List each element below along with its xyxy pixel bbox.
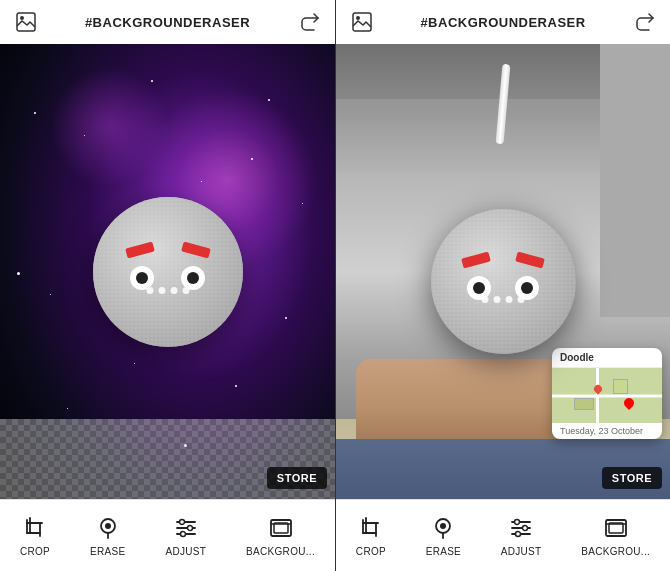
adjust-icon [172,514,200,542]
svg-point-21 [516,532,521,537]
svg-point-20 [523,526,528,531]
right-panel: #BACKGROUNDERASER [335,0,670,571]
right-crop-label: CROP [356,546,386,557]
map-pin-2 [621,396,635,410]
left-background-label: BACKGROU... [246,546,315,557]
right-adjust-label: ADJUST [501,546,542,557]
left-panel: #BACKGROUNDERASER [0,0,335,571]
led-3 [170,287,177,294]
led-row [146,287,189,294]
right-canvas: Doodle Tuesday, 23 October STORE [336,44,670,499]
right-led-2 [494,296,501,303]
map-road-vertical [596,368,599,423]
svg-point-15 [440,523,446,529]
left-device [93,197,243,347]
right-background-icon [602,514,630,542]
svg-point-13 [356,16,360,20]
svg-rect-12 [353,13,371,31]
right-pupil-right [521,282,533,294]
left-tool-erase[interactable]: ERASE [82,510,133,561]
right-erase-icon [429,514,457,542]
right-crop-icon [357,514,385,542]
right-image-icon[interactable] [350,10,374,34]
right-header-title: #BACKGROUNDERASER [420,15,585,30]
left-adjust-label: ADJUST [165,546,206,557]
erase-icon [94,514,122,542]
right-eyebrow-right [515,252,545,269]
pupil-right [187,272,199,284]
map-block-2 [574,398,594,410]
led-4 [182,287,189,294]
led-2 [158,287,165,294]
right-led-row [482,296,525,303]
right-tool-adjust[interactable]: ADJUST [493,510,550,561]
svg-point-1 [20,16,24,20]
eye-left [130,266,154,290]
svg-rect-0 [17,13,35,31]
left-tool-adjust[interactable]: ADJUST [157,510,214,561]
map-popup-date: Tuesday, 23 October [552,423,662,439]
right-tool-background[interactable]: BACKGROU... [573,510,658,561]
map-road-horizontal [552,394,662,397]
device-fabric [93,197,243,347]
right-device-body [431,209,576,354]
left-tool-background[interactable]: BACKGROU... [238,510,323,561]
map-popup-image [552,368,662,423]
left-image-icon[interactable] [14,10,38,34]
left-header-title: #BACKGROUNDERASER [85,15,250,30]
svg-point-8 [187,526,192,531]
left-header: #BACKGROUNDERASER [0,0,335,44]
svg-point-7 [179,520,184,525]
map-pin [592,383,603,394]
right-tool-erase[interactable]: ERASE [418,510,469,561]
right-device-fabric [431,209,576,354]
right-led-4 [518,296,525,303]
led-1 [146,287,153,294]
eyebrow-left [125,241,155,258]
left-store-button[interactable]: STORE [267,467,327,489]
right-header: #BACKGROUNDERASER [336,0,670,44]
left-device-body [93,197,243,347]
right-erase-label: ERASE [426,546,461,557]
right-led-3 [506,296,513,303]
right-led-1 [482,296,489,303]
right-pupil-left [473,282,485,294]
svg-point-19 [515,520,520,525]
right-background-label: BACKGROU... [581,546,650,557]
left-canvas [0,44,335,499]
svg-point-9 [180,532,185,537]
right-eyebrow-left [462,252,492,269]
right-toolbar: CROP ERASE [336,499,670,571]
right-store-button[interactable]: STORE [602,467,662,489]
eyebrow-right [181,241,211,258]
right-device [431,209,576,354]
left-tool-crop[interactable]: CROP [12,510,58,561]
bg-wall [600,44,670,317]
left-crop-label: CROP [20,546,50,557]
left-toolbar: CROP ERASE [0,499,335,571]
crop-icon [21,514,49,542]
right-adjust-icon [507,514,535,542]
map-block-1 [613,379,628,394]
svg-point-3 [105,523,111,529]
left-image-area: STORE [0,44,335,499]
eye-right [181,266,205,290]
right-share-icon[interactable] [632,10,656,34]
right-tool-crop[interactable]: CROP [348,510,394,561]
right-image-area: Doodle Tuesday, 23 October STORE [336,44,670,499]
pupil-left [136,272,148,284]
left-share-icon[interactable] [297,10,321,34]
background-icon [267,514,295,542]
map-popup[interactable]: Doodle Tuesday, 23 October [552,348,662,439]
left-erase-label: ERASE [90,546,125,557]
